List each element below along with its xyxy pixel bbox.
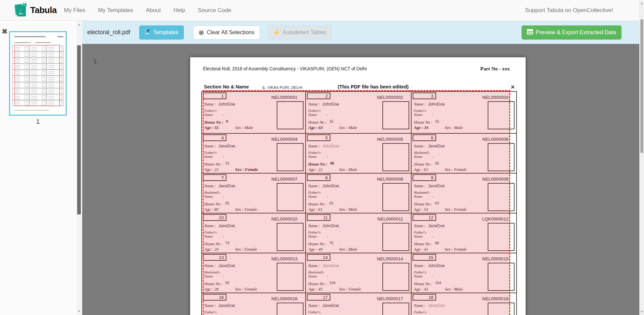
lightning-bolt-icon: ⚡ <box>273 30 280 35</box>
thumbnail-selection-outline <box>14 45 59 106</box>
tabula-app: Tabula My Files My Templates About Help … <box>0 0 644 315</box>
toolbar: electoral_roll.pdf Templates ⊗ Clear All… <box>82 21 639 44</box>
page-thumbnail[interactable] <box>9 31 67 116</box>
sidebar-scrollbar[interactable]: ▲ ▼ <box>76 21 82 315</box>
mini-title-bar <box>14 36 46 37</box>
nav-link-source-code[interactable]: Source Code <box>198 7 231 14</box>
window-scrollbar[interactable]: ▲ ▼ <box>639 0 644 315</box>
thumbnail-page-number: 1 <box>9 118 67 125</box>
page-thumbnail-sidebar: ✖ 1 ▲ ▼ <box>0 21 82 315</box>
pdf-viewer-area: 1. Electoral Roll, 2016 of Assembly Cons… <box>82 44 639 315</box>
nav-link-about[interactable]: About <box>146 7 161 14</box>
support-link[interactable]: Support Tabula on OpenCollective! <box>525 7 613 14</box>
pdf-edited-note: (This PDF file has been edited) <box>338 84 409 89</box>
window-scrollbar-thumb[interactable] <box>640 19 643 153</box>
nav-link-my-files[interactable]: My Files <box>64 7 85 14</box>
templates-button[interactable]: Templates <box>139 25 183 40</box>
remove-page-icon[interactable]: ✖ <box>2 28 8 35</box>
brand-name: Tabula <box>30 5 57 15</box>
tabula-logo-icon <box>15 3 27 18</box>
pdf-section-name: VIKAS PURI, DELHI <box>267 85 303 89</box>
mini-partno-bar <box>57 36 63 37</box>
selection-remove-icon[interactable]: ✕ <box>511 84 515 89</box>
nav-link-help[interactable]: Help <box>173 7 185 14</box>
mini-footer-bar <box>14 110 49 111</box>
top-navbar: Tabula My Files My Templates About Help … <box>0 0 644 21</box>
sidebar-scrollbar-thumb[interactable] <box>77 45 81 214</box>
page-marker: 1. <box>93 58 98 65</box>
clear-circle-x-icon: ⊗ <box>199 29 204 36</box>
table-selection-overlay[interactable]: ✕ <box>203 90 510 315</box>
pdf-section-label: Section No & Name <box>204 84 249 89</box>
scroll-down-icon[interactable]: ▼ <box>640 310 644 313</box>
preview-export-button[interactable]: Preview & Export Extracted Data <box>522 25 622 40</box>
pdf-part-no: Part No - xxx <box>480 66 510 72</box>
mini-section-bar <box>14 42 30 43</box>
brand[interactable]: Tabula <box>15 3 57 18</box>
clear-all-selections-button[interactable]: ⊗ Clear All Selections <box>193 25 260 40</box>
pdf-title: Electoral Roll, 2016 of Assembly Constit… <box>203 66 367 71</box>
template-icon <box>145 29 150 36</box>
filename-label: electoral_roll.pdf <box>87 29 130 36</box>
pdf-section-number: -1- <box>262 86 266 89</box>
scroll-down-icon[interactable]: ▼ <box>76 310 82 313</box>
pdf-page[interactable]: Electoral Roll, 2016 of Assembly Constit… <box>190 57 526 315</box>
table-icon <box>527 29 533 36</box>
scroll-up-icon[interactable]: ▲ <box>76 23 82 26</box>
nav-links: My Files My Templates About Help Source … <box>64 7 231 14</box>
thumbnail-miniature <box>10 32 66 115</box>
nav-link-my-templates[interactable]: My Templates <box>98 7 133 14</box>
autodetect-tables-button[interactable]: ⚡ Autodetect Tables <box>268 25 332 40</box>
mini-edited-bar <box>36 42 50 43</box>
scroll-up-icon[interactable]: ▲ <box>640 2 644 5</box>
